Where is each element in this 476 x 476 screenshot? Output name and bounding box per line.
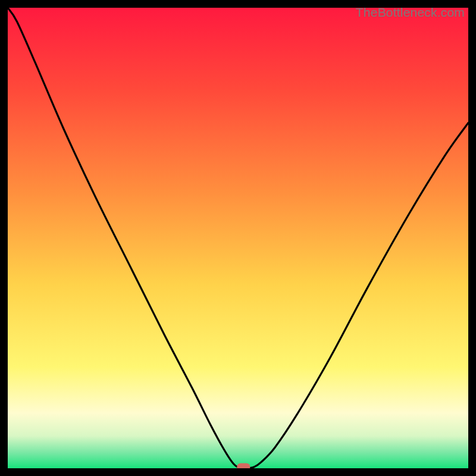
bottleneck-chart — [8, 8, 468, 468]
watermark-text: TheBottleneck.com — [356, 5, 465, 20]
chart-frame: TheBottleneck.com — [8, 8, 468, 468]
gradient-background — [8, 8, 468, 468]
minimum-marker — [237, 464, 250, 469]
